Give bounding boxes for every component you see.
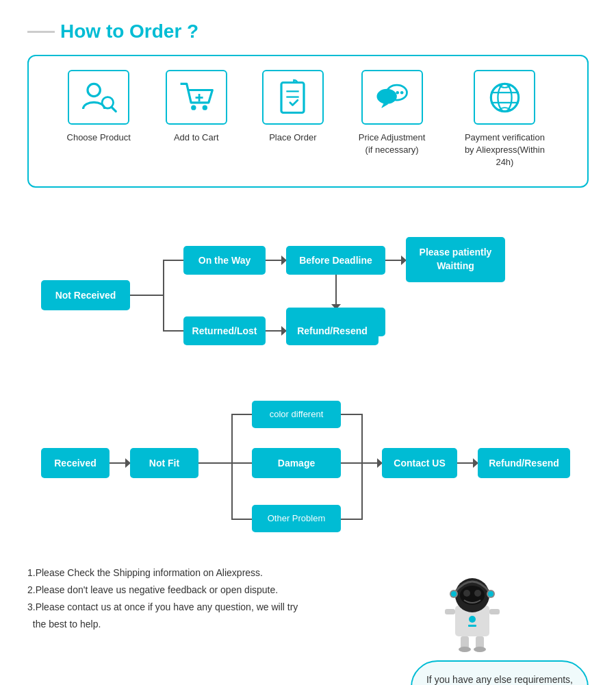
not-fit-node: Not Fit: [130, 448, 198, 478]
refund-resend-node-2: Refund/Resend: [478, 448, 570, 478]
svg-rect-28: [445, 609, 455, 614]
robot-speech-bubble: If you have any else requirements, you c…: [411, 660, 589, 685]
payment-verification-icon-box: [474, 70, 535, 125]
line-h1: [130, 295, 164, 296]
add-to-cart-icon-box: [166, 70, 227, 125]
cart-icon: [177, 79, 215, 116]
svg-point-12: [392, 90, 395, 94]
svg-point-27: [488, 591, 493, 597]
refund-resend-node-1: Refund/Resend: [286, 316, 378, 345]
svg-point-34: [469, 616, 476, 623]
svg-point-32: [459, 647, 471, 652]
line-h-other: [231, 519, 252, 520]
add-to-cart-label: Add to Cart: [174, 132, 219, 144]
line-h-upper: [163, 260, 183, 261]
line-h-to-contact: [361, 462, 382, 464]
chat-icon: [373, 79, 411, 116]
price-adjustment-icon-box: [361, 70, 423, 125]
globe-icon: [486, 79, 524, 116]
svg-point-4: [203, 105, 207, 110]
step-place-order: Place Order: [262, 70, 324, 144]
line-h-other-right: [341, 519, 361, 520]
line-h-contact-to-refund: [457, 462, 478, 464]
please-wait-node: Please patientlyWaitting: [406, 237, 505, 282]
svg-point-13: [396, 90, 400, 94]
title-highlight: Order ?: [129, 21, 198, 42]
step-payment-verification: Payment verificationby Aliexpress(Within…: [460, 70, 549, 169]
flowchart-not-received-section: Not Received On the Way Before Deadline …: [0, 201, 616, 386]
choose-product-label: Choose Product: [67, 132, 131, 144]
robot-area: If you have any else requirements, you c…: [397, 564, 589, 685]
line-v-exceed: [335, 275, 337, 309]
svg-line-2: [111, 107, 115, 111]
how-to-order-section: How to Order ? Choose Product: [0, 0, 616, 201]
order-steps-box: Choose Product Add to Cart: [27, 55, 589, 188]
returned-lost-node: Returned/Lost: [183, 316, 266, 345]
damage-node: Damage: [252, 448, 341, 478]
svg-point-0: [88, 84, 100, 96]
line-h-color-right: [341, 414, 361, 415]
section-title: How to Order ?: [27, 21, 589, 42]
place-order-icon-box: [262, 70, 324, 125]
svg-rect-29: [489, 609, 500, 614]
line-h-before-to-wait: [385, 260, 406, 261]
contact-us-node: Contact US: [382, 448, 457, 478]
before-deadline-node: Before Deadline: [286, 246, 385, 275]
on-the-way-node: On the Way: [183, 246, 266, 275]
document-icon: [274, 79, 311, 116]
line-h-on-way-to-before: [266, 260, 286, 261]
svg-point-25: [451, 591, 457, 597]
flow-container-2: Received Not Fit color different Damage: [27, 393, 589, 544]
bottom-line3: 3.Please contact us at once if you have …: [27, 599, 383, 633]
line-h-notfit-to-fork: [198, 462, 233, 464]
payment-verification-label: Payment verificationby Aliexpress(Within…: [460, 132, 549, 169]
step-add-to-cart: Add to Cart: [166, 70, 227, 144]
other-problem-node: Other Problem: [252, 505, 341, 532]
person-search-icon: [80, 79, 118, 116]
line-h-received-notfit: [110, 462, 130, 464]
bottom-section: 1.Please Check the Shipping information …: [0, 551, 616, 685]
svg-point-22: [463, 590, 470, 597]
step-choose-product: Choose Product: [67, 70, 131, 144]
received-node: Received: [41, 448, 110, 478]
svg-point-23: [474, 590, 481, 597]
price-adjustment-label: Price Adjustment(if necessary): [359, 132, 426, 156]
color-different-node: color different: [252, 401, 341, 428]
bottom-line1: 1.Please Check the Shipping information …: [27, 564, 383, 582]
svg-point-3: [191, 105, 196, 110]
bubble-line1: If you have any else requirements,: [426, 674, 573, 685]
flowchart-received-section: Received Not Fit color different Damage: [0, 386, 616, 551]
flow-container-1: Not Received On the Way Before Deadline …: [27, 222, 589, 379]
line-h-lower: [163, 330, 183, 332]
choose-product-icon-box: [68, 70, 129, 125]
svg-point-33: [474, 647, 486, 652]
line-v-fork: [163, 260, 164, 332]
not-received-node: Not Received: [41, 280, 130, 310]
line-v-right-problems: [361, 414, 363, 520]
title-line-decoration: [27, 31, 55, 33]
line-v-notfit-fork: [231, 414, 233, 520]
bottom-line2: 2.Please don't leave us negative feedbac…: [27, 582, 383, 599]
svg-point-14: [400, 90, 404, 94]
line-h-damage-right: [341, 462, 361, 464]
line-h-returned-to-refund: [266, 330, 286, 332]
place-order-label: Place Order: [269, 132, 316, 144]
line-h-damage: [231, 462, 252, 464]
how-to-order-title: How to Order ?: [60, 21, 198, 42]
line-h-color-diff: [231, 414, 252, 415]
title-static: How to: [60, 21, 129, 42]
svg-rect-35: [468, 625, 476, 627]
step-price-adjustment: Price Adjustment(if necessary): [359, 70, 426, 156]
bottom-info-text: 1.Please Check the Shipping information …: [27, 564, 397, 634]
svg-point-21: [460, 586, 485, 605]
robot-illustration: [438, 564, 506, 653]
